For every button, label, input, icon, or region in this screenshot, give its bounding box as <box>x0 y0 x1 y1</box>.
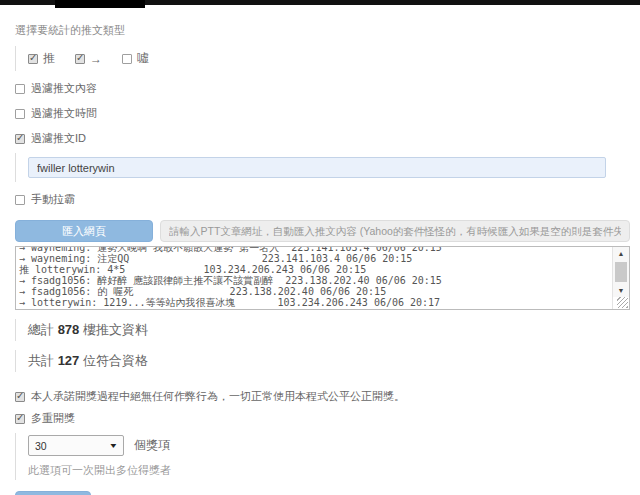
ptt-url-input[interactable] <box>160 220 630 242</box>
fairness-promise-checkbox[interactable] <box>15 392 25 402</box>
push-type-section-title: 選擇要統計的推文類型 <box>15 23 630 38</box>
qualified-suffix: 位符合資格 <box>83 353 148 368</box>
filter-content-label: 過濾推文內容 <box>31 81 97 96</box>
comment-line: → fsadg1056: 的 喔死 223.138.202.40 06/06 2… <box>19 286 609 297</box>
prize-count-value: 30 <box>35 440 47 452</box>
comment-line: → lotterywin: 1219...等等站內我很喜冰塊 103.234.2… <box>19 297 609 308</box>
fairness-promise-row: 本人承諾開獎過程中絕無任何作弊行為，一切正常使用本程式公平公正開獎。 <box>15 389 630 404</box>
multi-draw-checkbox[interactable] <box>15 414 25 424</box>
chevron-down-icon: ▼ <box>109 442 119 449</box>
id-filter-input[interactable] <box>28 157 606 178</box>
prize-count-row: 30 ▼ 個獎項 <box>28 435 630 456</box>
qualified-prefix: 共計 <box>28 353 54 368</box>
comment-line-list: → wayneming: 運勢大晚啊 我敢不願散大運勢 第一名入 223.141… <box>19 247 609 308</box>
scroll-down-icon[interactable]: ▼ <box>613 284 629 297</box>
boo-checkbox-label: 噓 <box>137 50 149 67</box>
total-suffix: 樓推文資料 <box>83 322 148 337</box>
manual-slot-checkbox[interactable] <box>15 195 25 205</box>
id-filter-group <box>15 153 630 182</box>
total-prefix: 總計 <box>28 322 54 337</box>
prize-count-group: 30 ▼ 個獎項 此選項可一次開出多位得獎者 <box>15 433 630 480</box>
manual-slot-label: 手動拉霸 <box>31 192 75 207</box>
total-count: 878 <box>58 322 80 337</box>
comment-line: 推 lotterywin: 4*5 103.234.206.243 06/06 … <box>19 264 609 275</box>
qualified-stat: 共計 127 位符合資格 <box>15 350 630 372</box>
multi-draw-helper-text: 此選項可一次開出多位得獎者 <box>28 463 630 478</box>
push-checkbox[interactable] <box>28 54 38 64</box>
comments-content: → wayneming: 運勢大晚啊 我敢不願散大運勢 第一名入 223.141… <box>16 247 612 309</box>
filter-time-row: 過濾推文時間 <box>15 106 630 121</box>
prize-count-select[interactable]: 30 ▼ <box>28 435 124 456</box>
filter-id-checkbox[interactable] <box>15 134 25 144</box>
filter-content-checkbox[interactable] <box>15 84 25 94</box>
draw-button[interactable]: 開獎！ <box>15 491 91 495</box>
filter-id-label: 過濾推文ID <box>31 131 86 146</box>
fairness-promise-label: 本人承諾開獎過程中絕無任何作弊行為，一切正常使用本程式公平公正開獎。 <box>31 389 405 404</box>
comment-line: → wayneming: 注定QQ 223.141.103.4 06/06 20… <box>19 253 609 264</box>
push-type-checkbox-group: 推 → 噓 <box>15 46 630 71</box>
comment-line: → fsadg1056: 醉好醉 應該跟律師主推不讓不該賞副醉 223.138.… <box>19 275 609 286</box>
filter-content-row: 過濾推文內容 <box>15 81 630 96</box>
textarea-scrollbar[interactable]: ▲ ▼ <box>612 247 629 309</box>
push-type-push: 推 <box>28 50 55 67</box>
arrow-checkbox-label: → <box>90 52 102 66</box>
total-comments-stat: 總計 878 樓推文資料 <box>15 319 630 341</box>
window-top-edge-segment <box>55 0 145 8</box>
filter-time-checkbox[interactable] <box>15 109 25 119</box>
push-type-arrow: → <box>75 52 102 66</box>
import-page-button[interactable]: 匯入網頁 <box>15 220 153 242</box>
push-checkbox-label: 推 <box>43 50 55 67</box>
push-type-boo: 噓 <box>122 50 149 67</box>
window-top-edge <box>0 0 640 5</box>
arrow-checkbox[interactable] <box>75 54 85 64</box>
multi-draw-label: 多重開獎 <box>31 411 75 426</box>
comments-textarea[interactable]: → wayneming: 運勢大晚啊 我敢不願散大運勢 第一名入 223.141… <box>15 246 630 310</box>
qualified-count: 127 <box>58 353 80 368</box>
lottery-tool-page: 選擇要統計的推文類型 推 → 噓 過濾推文內容 過濾推文時間 過濾推文ID 手動… <box>0 5 640 495</box>
import-row: 匯入網頁 <box>15 220 630 242</box>
multi-draw-row: 多重開獎 <box>15 411 630 426</box>
filter-id-row: 過濾推文ID <box>15 131 630 146</box>
boo-checkbox[interactable] <box>122 54 132 64</box>
prize-unit-label: 個獎項 <box>134 437 170 454</box>
manual-slot-row: 手動拉霸 <box>15 192 630 207</box>
scrollbar-thumb[interactable] <box>615 262 627 282</box>
scroll-up-icon[interactable]: ▲ <box>613 247 629 260</box>
filter-time-label: 過濾推文時間 <box>31 106 97 121</box>
scrollbar-track[interactable] <box>613 260 629 284</box>
resize-grip-icon[interactable] <box>613 297 629 309</box>
